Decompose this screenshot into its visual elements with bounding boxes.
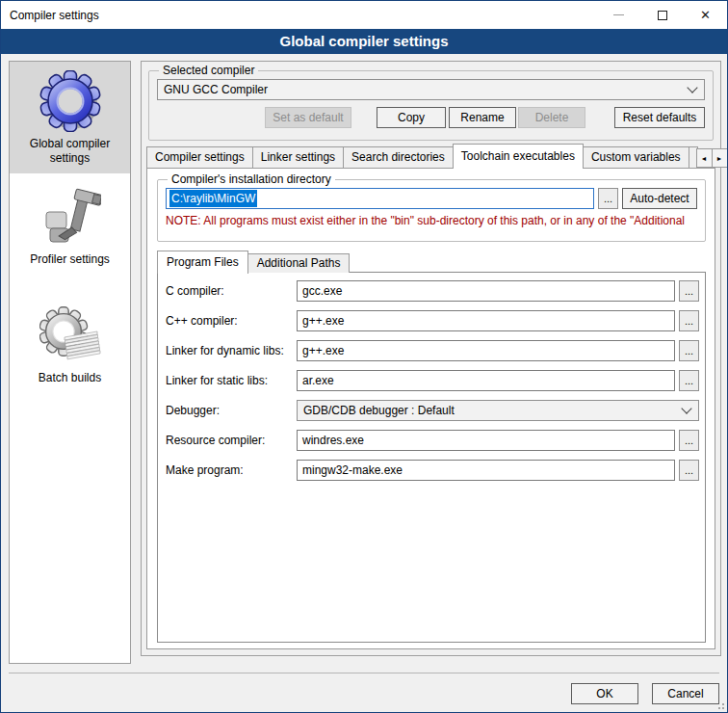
sidebar-item-global-compiler-settings[interactable]: Global compiler settings [10,62,130,173]
sidebar: Global compiler settings Profiler settin… [9,61,131,664]
arrow-right-icon: ► [716,155,723,162]
caption-buttons: ✕ [597,1,727,29]
installation-directory-legend: Compiler's installation directory [168,172,335,186]
field-row-cpp-compiler: C++ compiler: g++.exe ... [166,310,699,331]
delete-button: Delete [518,107,585,128]
rename-button[interactable]: Rename [449,107,516,128]
toolchain-executables-page: Compiler's installation directory C:\ray… [146,168,715,649]
field-label: Resource compiler: [166,434,297,447]
copy-button[interactable]: Copy [377,107,446,128]
maximize-button[interactable] [640,1,684,29]
field-label: Linker for dynamic libs: [166,344,297,357]
auto-detect-button[interactable]: Auto-detect [622,188,697,209]
installation-directory-group: Compiler's installation directory C:\ray… [157,172,706,242]
cancel-button[interactable]: Cancel [652,683,719,704]
selected-compiler-legend: Selected compiler [159,64,258,77]
debugger-select-value: GDB/CDB debugger : Default [303,404,683,417]
compiler-buttons-row: Set as default Copy Rename Delete Reset … [157,107,705,128]
installation-directory-input[interactable]: C:\raylib\MinGW [166,188,594,209]
minimize-icon [613,14,624,15]
compiler-select[interactable]: GNU GCC Compiler [157,79,705,100]
set-as-default-button: Set as default [265,107,351,128]
settings-tabstrip: Compiler settings Linker settings Search… [146,144,715,168]
cpp-compiler-browse-button[interactable]: ... [679,310,699,331]
tab-custom-variables[interactable]: Custom variables [583,146,689,168]
make-program-input[interactable]: mingw32-make.exe [297,460,675,481]
tab-program-files[interactable]: Program Files [157,251,248,274]
installation-directory-row: C:\raylib\MinGW ... Auto-detect [166,188,697,209]
resize-grip[interactable] [715,700,724,709]
cpp-compiler-input[interactable]: g++.exe [297,310,675,331]
page-title: Global compiler settings [1,29,727,54]
close-button[interactable]: ✕ [684,1,727,29]
compiler-select-value: GNU GCC Compiler [164,83,689,96]
field-row-debugger: Debugger: GDB/CDB debugger : Default [166,400,699,421]
linker-dynamic-browse-button[interactable]: ... [679,340,699,361]
field-label: Linker for static libs: [166,374,297,387]
installation-note: NOTE: All programs must exist either in … [166,214,697,227]
chevron-down-icon [687,82,697,92]
sidebar-item-label: Batch builds [12,371,128,385]
ok-button[interactable]: OK [571,683,638,704]
field-label: C compiler: [166,284,297,298]
debugger-select[interactable]: GDB/CDB debugger : Default [297,400,699,421]
tab-additional-paths[interactable]: Additional Paths [247,253,351,273]
program-files-page: C compiler: gcc.exe ... C++ compiler: g+… [157,272,706,643]
tab-linker-settings[interactable]: Linker settings [252,146,344,168]
close-icon: ✕ [700,9,711,21]
field-label: Debugger: [166,404,297,417]
linker-static-browse-button[interactable]: ... [679,370,699,391]
resource-compiler-browse-button[interactable]: ... [679,430,699,451]
installation-directory-value: C:\raylib\MinGW [169,190,257,207]
program-files-tabstrip: Program Files Additional Paths [157,250,349,273]
dialog-footer: OK Cancel [9,673,719,712]
tab-search-directories[interactable]: Search directories [343,146,454,168]
sidebar-item-profiler-settings[interactable]: Profiler settings [10,177,130,275]
titlebar: Compiler settings ✕ [1,1,727,29]
make-program-browse-button[interactable]: ... [679,460,699,481]
window-title: Compiler settings [1,9,99,22]
linker-static-input[interactable]: ar.exe [297,370,675,391]
compiler-settings-dialog: Compiler settings ✕ Global compiler sett… [0,0,728,713]
field-row-c-compiler: C compiler: gcc.exe ... [166,280,699,302]
field-row-resource-compiler: Resource compiler: windres.exe ... [166,430,699,451]
tab-compiler-settings[interactable]: Compiler settings [146,146,253,168]
sidebar-item-batch-builds[interactable]: Batch builds [10,296,130,393]
chevron-down-icon [681,403,691,413]
field-row-linker-static: Linker for static libs: ar.exe ... [166,370,699,391]
tab-scroll-left-button[interactable]: ◄ [696,148,713,168]
field-label: Make program: [166,463,297,477]
gear-papers-icon [39,304,101,366]
c-compiler-browse-button[interactable]: ... [679,280,699,302]
sidebar-item-label: Global compiler settings [12,137,128,166]
minimize-button[interactable] [597,1,640,29]
maximize-icon [658,11,667,20]
tab-toolchain-executables[interactable]: Toolchain executables [453,144,584,169]
field-label: C++ compiler: [166,314,297,328]
field-row-linker-dynamic: Linker for dynamic libs: g++.exe ... [166,340,699,361]
tab-scroll-buttons: ◄ ► [697,148,728,168]
reset-defaults-button[interactable]: Reset defaults [614,107,705,128]
field-row-make-program: Make program: mingw32-make.exe ... [166,460,699,481]
c-compiler-input[interactable]: gcc.exe [297,280,675,302]
blue-gear-icon [39,70,101,132]
selected-compiler-group: Selected compiler GNU GCC Compiler Set a… [148,64,714,141]
installation-directory-browse-button[interactable]: ... [598,188,618,209]
linker-dynamic-input[interactable]: g++.exe [297,340,675,361]
main-panel: Selected compiler GNU GCC Compiler Set a… [141,61,721,656]
tab-scroll-right-button[interactable]: ► [712,148,728,168]
resource-compiler-input[interactable]: windres.exe [297,430,675,451]
arrow-left-icon: ◄ [701,155,708,162]
caliper-icon [39,186,101,248]
sidebar-item-label: Profiler settings [12,252,128,267]
